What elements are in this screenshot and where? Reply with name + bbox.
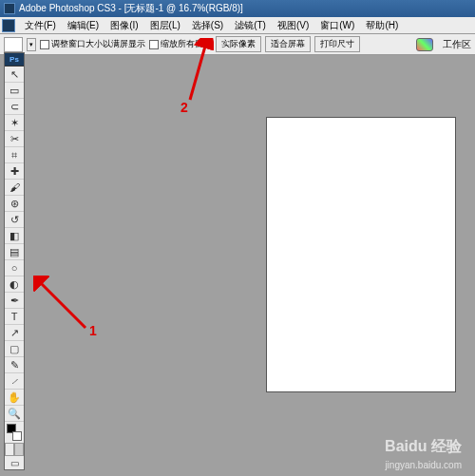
menu-window[interactable]: 窗口(W) — [314, 19, 360, 32]
color-swatch[interactable] — [5, 422, 24, 443]
eyedropper[interactable]: ⟋ — [5, 373, 24, 390]
preset-dropdown-icon[interactable]: ▾ — [27, 38, 36, 51]
options-bar: ▾ 调整窗口大小以满屏显示 缩放所有窗口 实际像素 适合屏幕 打印尺寸 工作区 — [0, 34, 475, 55]
menu-edit[interactable]: 编辑(E) — [62, 19, 104, 32]
zoom-all-label: 缩放所有窗口 — [161, 38, 212, 50]
watermark-sub: jingyan.baidu.com — [385, 460, 462, 470]
window-title: Adobe Photoshop CS3 - [无标题-1 @ 16.7%(RGB… — [19, 2, 243, 15]
path-tool[interactable]: ↗ — [5, 325, 24, 341]
menu-view[interactable]: 视图(V) — [272, 19, 314, 32]
annotation-label-1: 1 — [89, 323, 97, 338]
document-canvas[interactable] — [266, 117, 456, 392]
toolbox-header[interactable]: Ps — [5, 53, 24, 67]
move-tool[interactable]: ↖ — [5, 67, 24, 83]
title-bar: Adobe Photoshop CS3 - [无标题-1 @ 16.7%(RGB… — [0, 0, 475, 17]
screen-mode-button[interactable]: ▭ — [5, 456, 24, 469]
toolbox: Ps ↖▭⊂✶✂⌗✚🖌⊛↺◧▤○◐✒T↗▢✎⟋✋🔍 ▭ — [4, 52, 25, 470]
app-icon — [4, 3, 15, 14]
workspace-area — [27, 55, 475, 476]
annotation-label-2: 2 — [180, 100, 188, 115]
menu-image[interactable]: 图像(I) — [104, 19, 143, 32]
palette-icon[interactable] — [416, 38, 433, 51]
menu-help[interactable]: 帮助(H) — [360, 19, 404, 32]
lasso-tool[interactable]: ⊂ — [5, 99, 24, 115]
brush-tool[interactable]: 🖌 — [5, 180, 24, 196]
menu-layer[interactable]: 图层(L) — [144, 19, 186, 32]
history-brush[interactable]: ↺ — [5, 212, 24, 228]
zoom-all-checkbox[interactable]: 缩放所有窗口 — [149, 38, 212, 50]
stamp-tool[interactable]: ⊛ — [5, 196, 24, 212]
checkbox-icon — [40, 40, 49, 49]
resize-window-checkbox[interactable]: 调整窗口大小以满屏显示 — [40, 38, 145, 50]
pen-tool[interactable]: ✒ — [5, 293, 24, 309]
resize-window-label: 调整窗口大小以满屏显示 — [51, 38, 145, 50]
workspace-label[interactable]: 工作区 — [443, 38, 471, 51]
print-size-button[interactable]: 打印尺寸 — [314, 36, 360, 52]
notes-tool[interactable]: ✎ — [5, 357, 24, 373]
menu-filter[interactable]: 滤镜(T) — [229, 19, 272, 32]
hand-tool[interactable]: ✋ — [5, 390, 24, 406]
eraser-tool[interactable]: ◧ — [5, 228, 24, 244]
crop-tool[interactable]: ✂ — [5, 131, 24, 147]
fit-screen-button[interactable]: 适合屏幕 — [265, 36, 311, 52]
checkbox-icon — [149, 40, 159, 49]
ps-logo-icon — [2, 19, 15, 32]
zoom-tool[interactable]: 🔍 — [5, 406, 24, 422]
background-color[interactable] — [12, 431, 22, 441]
menu-select[interactable]: 选择(S) — [186, 19, 229, 32]
dodge-tool[interactable]: ◐ — [5, 276, 24, 293]
menu-file[interactable]: 文件(F) — [19, 19, 62, 32]
gradient-tool[interactable]: ▤ — [5, 244, 24, 260]
shape-tool[interactable]: ▢ — [5, 341, 24, 357]
tool-preset-icon[interactable] — [4, 37, 23, 52]
slice-tool[interactable]: ⌗ — [5, 147, 24, 163]
marquee-tool[interactable]: ▭ — [5, 83, 24, 99]
watermark-main: Baidu 经验 — [385, 437, 462, 457]
healing-tool[interactable]: ✚ — [5, 163, 24, 180]
blur-tool[interactable]: ○ — [5, 260, 24, 276]
wand-tool[interactable]: ✶ — [5, 115, 24, 131]
quick-mask-toggle[interactable] — [5, 443, 24, 456]
actual-pixels-button[interactable]: 实际像素 — [216, 36, 261, 52]
type-tool[interactable]: T — [5, 309, 24, 325]
menu-bar: 文件(F) 编辑(E) 图像(I) 图层(L) 选择(S) 滤镜(T) 视图(V… — [0, 17, 475, 34]
